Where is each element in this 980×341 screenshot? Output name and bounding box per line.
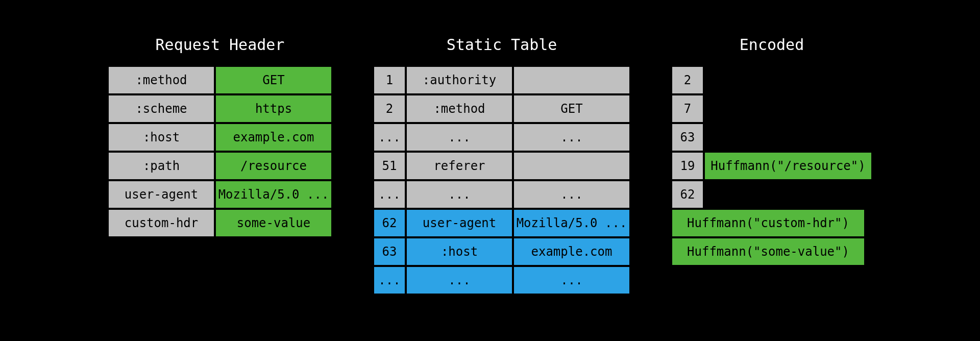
encoded-row: 2 [671, 66, 872, 94]
request-header-column: Request Header :methodGET:schemehttps:ho… [108, 36, 332, 237]
static-key: :host [406, 237, 513, 266]
static-table-title: Static Table [373, 36, 630, 54]
request-row: custom-hdrsome-value [108, 209, 332, 237]
request-value: GET [215, 66, 332, 94]
request-row: :methodGET [108, 66, 332, 94]
encoded-index: 2 [671, 66, 704, 94]
static-index: 51 [373, 152, 406, 180]
encoded-value: Huffmann("/resource") [704, 152, 872, 180]
request-row: :schemehttps [108, 94, 332, 123]
request-key: user-agent [108, 180, 215, 209]
encoded-value: Huffmann("some-value") [671, 237, 865, 266]
encoded-index: 7 [671, 94, 704, 123]
request-header-title: Request Header [108, 36, 332, 54]
encoded-row: 19Huffmann("/resource") [671, 152, 872, 180]
static-value [513, 66, 630, 94]
static-index: ... [373, 266, 406, 295]
static-table-row: 51referer [373, 152, 630, 180]
static-table-row: ......... [373, 180, 630, 209]
static-key: ... [406, 180, 513, 209]
static-key: :authority [406, 66, 513, 94]
static-index: 63 [373, 237, 406, 266]
request-key: custom-hdr [108, 209, 215, 237]
static-value: ... [513, 180, 630, 209]
encoded-row: Huffmann("custom-hdr") [671, 209, 872, 237]
static-value: Mozilla/5.0 ... [513, 209, 630, 237]
static-table-row: 2:methodGET [373, 94, 630, 123]
encoded-row: 7 [671, 94, 872, 123]
static-index: ... [373, 123, 406, 152]
static-value: GET [513, 94, 630, 123]
static-key: referer [406, 152, 513, 180]
static-value [513, 152, 630, 180]
request-value: https [215, 94, 332, 123]
request-key: :scheme [108, 94, 215, 123]
static-table-row: 62user-agentMozilla/5.0 ... [373, 209, 630, 237]
encoded-index: 62 [671, 180, 704, 209]
static-index: 62 [373, 209, 406, 237]
encoded-row: 62 [671, 180, 872, 209]
static-table-row: ......... [373, 123, 630, 152]
static-key: ... [406, 266, 513, 295]
static-index: ... [373, 180, 406, 209]
request-key: :method [108, 66, 215, 94]
encoded-column: Encoded 276319Huffmann("/resource")62Huf… [671, 36, 872, 266]
request-row: :hostexample.com [108, 123, 332, 152]
static-value: example.com [513, 237, 630, 266]
static-table-row: ......... [373, 266, 630, 295]
static-key: :method [406, 94, 513, 123]
static-value: ... [513, 123, 630, 152]
static-value: ... [513, 266, 630, 295]
request-value: some-value [215, 209, 332, 237]
static-key: user-agent [406, 209, 513, 237]
request-value: Mozilla/5.0 ... [215, 180, 332, 209]
encoded-row: 63 [671, 123, 872, 152]
encoded-index: 63 [671, 123, 704, 152]
request-value: /resource [215, 152, 332, 180]
request-row: :path/resource [108, 152, 332, 180]
static-index: 2 [373, 94, 406, 123]
request-row: user-agentMozilla/5.0 ... [108, 180, 332, 209]
request-value: example.com [215, 123, 332, 152]
encoded-row: Huffmann("some-value") [671, 237, 872, 266]
static-table-row: 1:authority [373, 66, 630, 94]
static-table-row: 63:hostexample.com [373, 237, 630, 266]
request-key: :host [108, 123, 215, 152]
encoded-index: 19 [671, 152, 704, 180]
static-key: ... [406, 123, 513, 152]
static-index: 1 [373, 66, 406, 94]
encoded-value: Huffmann("custom-hdr") [671, 209, 865, 237]
static-table-column: Static Table 1:authority2:methodGET.....… [373, 36, 630, 295]
request-key: :path [108, 152, 215, 180]
encoded-title: Encoded [671, 36, 872, 54]
